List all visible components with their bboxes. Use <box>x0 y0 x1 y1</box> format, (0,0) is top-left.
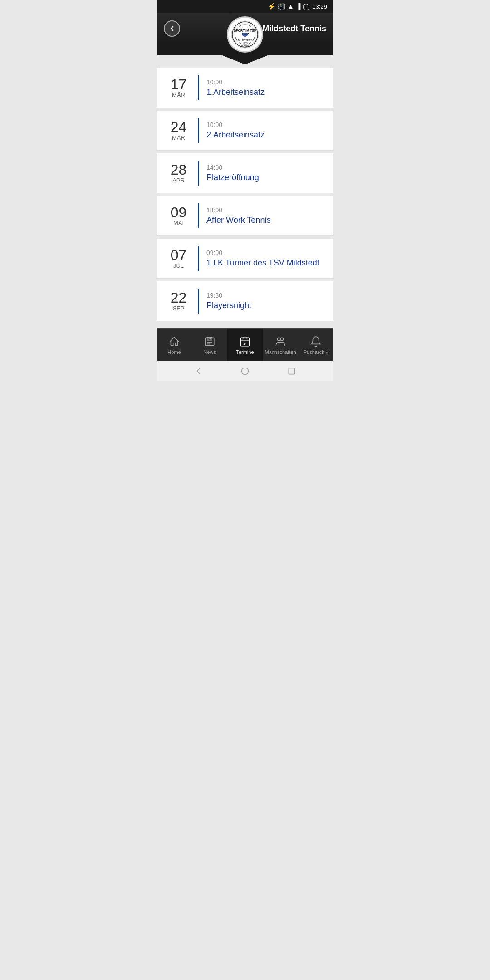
event-day: 22 <box>171 290 187 305</box>
nav-mannschaften[interactable]: Mannschaften <box>263 329 298 361</box>
event-time: 09:00 <box>206 249 326 256</box>
event-month: JUL <box>173 262 184 269</box>
event-card[interactable]: 07 JUL 09:00 1.LK Turnier des TSV Mildst… <box>157 239 333 279</box>
android-nav-bar <box>157 361 333 381</box>
nav-termine-label: Termine <box>236 349 254 355</box>
event-day: 09 <box>171 205 187 220</box>
event-month: SEP <box>172 305 184 312</box>
event-time: 10:00 <box>206 121 326 128</box>
nav-termine[interactable]: 24 Termine <box>227 329 263 361</box>
nav-home-label: Home <box>167 349 181 355</box>
event-divider <box>198 161 199 186</box>
svg-text:TENNIS: TENNIS <box>241 44 250 47</box>
events-list: 17 MÄR 10:00 1.Arbeitseinsatz 24 MÄR 10:… <box>157 68 333 328</box>
nav-pusharchiv[interactable]: Pusharchiv <box>298 329 333 361</box>
event-day: 28 <box>171 162 187 177</box>
event-day: 07 <box>171 248 187 262</box>
android-recents-btn[interactable] <box>286 366 297 377</box>
event-card[interactable]: 28 APR 14:00 Platzeröffnung <box>157 153 333 193</box>
event-time: 18:00 <box>206 206 326 214</box>
event-title: 1.Arbeitseinsatz <box>206 88 326 97</box>
svg-point-20 <box>278 338 281 341</box>
event-divider <box>198 203 199 228</box>
event-month: MÄR <box>172 134 185 141</box>
nav-mannschaften-label: Mannschaften <box>265 349 296 355</box>
svg-rect-14 <box>210 337 212 339</box>
event-card[interactable]: 24 MÄR 10:00 2.Arbeitseinsatz <box>157 111 333 151</box>
event-time: 19:30 <box>206 292 326 299</box>
event-date: 09 MAI <box>164 205 193 226</box>
event-day: 17 <box>171 77 187 92</box>
svg-text:24: 24 <box>243 342 247 345</box>
event-date: 17 MÄR <box>164 77 193 98</box>
svg-rect-13 <box>207 337 209 339</box>
event-divider <box>198 75 199 100</box>
pusharchiv-icon <box>310 336 322 348</box>
signal-icon: ▐ <box>296 3 301 10</box>
event-info: 18:00 After Work Tennis <box>206 206 326 225</box>
event-title: Playersnight <box>206 301 326 310</box>
termine-icon: 24 <box>239 336 251 348</box>
android-home-btn[interactable] <box>240 366 250 377</box>
app-header: SPORT IM TSV TSV MILDSTEDT 1963 TENNIS T… <box>157 13 333 44</box>
event-day: 24 <box>171 120 187 134</box>
wifi-icon: ▲ <box>288 3 294 10</box>
event-date: 28 APR <box>164 162 193 184</box>
event-title: After Work Tennis <box>206 216 326 225</box>
battery-icon: ◯ <box>303 3 310 10</box>
event-card[interactable]: 09 MAI 18:00 After Work Tennis <box>157 196 333 236</box>
event-info: 10:00 2.Arbeitseinsatz <box>206 121 326 140</box>
event-info: 10:00 1.Arbeitseinsatz <box>206 78 326 97</box>
nav-home[interactable]: Home <box>157 329 192 361</box>
status-bar: ⚡ 📳 ▲ ▐ ◯ 13:29 <box>157 0 333 13</box>
event-divider <box>198 246 199 271</box>
vibrate-icon: 📳 <box>278 3 285 10</box>
android-back-btn[interactable] <box>193 366 204 377</box>
event-divider <box>198 118 199 143</box>
event-info: 09:00 1.LK Turnier des TSV Mildstedt <box>206 249 326 268</box>
nav-news-label: News <box>203 349 216 355</box>
news-icon <box>204 336 216 348</box>
event-date: 07 JUL <box>164 248 193 269</box>
event-month: MÄR <box>172 92 185 98</box>
bottom-navigation: Home News 24 Termine Mannschaften Pushar… <box>157 328 333 361</box>
svg-rect-23 <box>289 368 295 374</box>
event-date: 24 MÄR <box>164 120 193 141</box>
event-time: 14:00 <box>206 164 326 171</box>
club-logo: SPORT IM TSV TSV MILDSTEDT 1963 TENNIS <box>227 16 263 53</box>
event-title: 2.Arbeitseinsatz <box>206 130 326 140</box>
event-info: 19:30 Playersnight <box>206 292 326 310</box>
event-info: 14:00 Platzeröffnung <box>206 164 326 182</box>
time-display: 13:29 <box>312 3 327 10</box>
event-month: MAI <box>173 220 184 226</box>
status-bar-right: ⚡ 📳 ▲ ▐ ◯ 13:29 <box>268 3 327 10</box>
event-divider <box>198 289 199 314</box>
event-title: Platzeröffnung <box>206 173 326 182</box>
mannschaften-icon <box>274 336 286 348</box>
svg-point-22 <box>241 368 248 375</box>
nav-pusharchiv-label: Pusharchiv <box>304 349 328 355</box>
event-title: 1.LK Turnier des TSV Mildstedt <box>206 258 326 268</box>
home-icon <box>168 336 180 348</box>
event-month: APR <box>172 177 185 184</box>
event-time: 10:00 <box>206 78 326 86</box>
bluetooth-icon: ⚡ <box>268 3 275 10</box>
svg-point-21 <box>280 338 284 341</box>
back-button[interactable] <box>164 20 180 37</box>
event-card[interactable]: 22 SEP 19:30 Playersnight <box>157 281 333 321</box>
event-date: 22 SEP <box>164 290 193 312</box>
event-card[interactable]: 17 MÄR 10:00 1.Arbeitseinsatz <box>157 68 333 108</box>
nav-news[interactable]: News <box>192 329 227 361</box>
